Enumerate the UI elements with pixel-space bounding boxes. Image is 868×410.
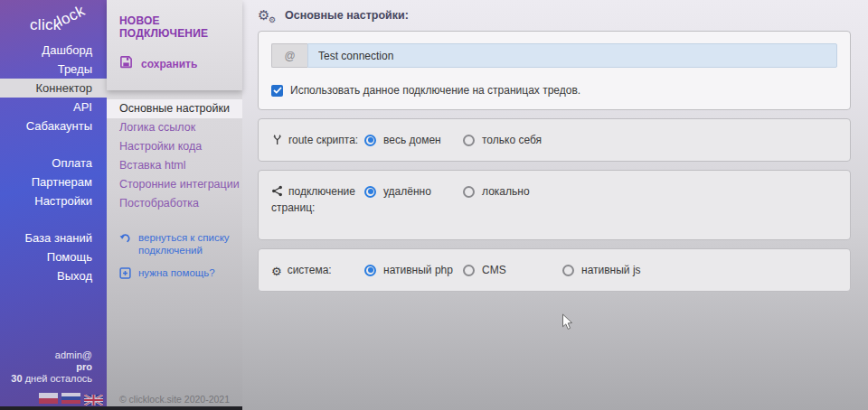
account-days-left: 30 дней осталось xyxy=(0,373,92,385)
radio-local[interactable]: локально xyxy=(463,184,562,199)
radio-whole-domain[interactable]: весь домен xyxy=(364,133,463,147)
page-connection-card: подключение страниц: удалённо локально xyxy=(258,170,851,240)
connection-panel-header: НОВОЕ ПОДКЛЮЧЕНИЕ сохранить xyxy=(107,0,242,90)
radio-cms[interactable]: CMS xyxy=(463,263,562,277)
radio-only-self[interactable]: только себя xyxy=(463,133,562,147)
menu-item-code-settings[interactable]: Настройки кода xyxy=(107,137,242,156)
system-setting-label: ⚙система: xyxy=(271,263,364,279)
sidebar-item-help[interactable]: Помощь xyxy=(0,247,107,266)
radio-native-js[interactable]: нативный js xyxy=(562,263,662,277)
at-sign-prefix: @ xyxy=(271,43,307,68)
sidebar-item-settings[interactable]: Настройки xyxy=(0,191,107,210)
main-content: ⚙⚙ Основные настройки: @ Использовать да… xyxy=(242,0,868,410)
menu-item-basic-settings[interactable]: Основные настройки xyxy=(107,99,242,118)
sidebar-item-dashboard[interactable]: Дашборд xyxy=(0,41,107,60)
panel-links: вернуться к списку подключений нужна пом… xyxy=(107,231,242,282)
app-window: clicklock Дашборд Треды Коннектор API Са… xyxy=(0,0,868,410)
connection-settings-menu: Основные настройки Логика ссылок Настрой… xyxy=(107,99,242,213)
save-button[interactable]: сохранить xyxy=(119,55,231,72)
share-icon xyxy=(271,185,283,200)
need-help-link[interactable]: нужна помощь? xyxy=(119,266,233,282)
panel-title: НОВОЕ ПОДКЛЮЧЕНИЕ xyxy=(119,14,231,40)
use-on-threads-row[interactable]: Использовать данное подключение на стран… xyxy=(271,84,837,97)
sidebar-item-partners[interactable]: Партнерам xyxy=(0,172,107,191)
sidebar-nav: Дашборд Треды Коннектор API Сабакаунты О… xyxy=(0,41,107,285)
checkbox-checked-icon[interactable] xyxy=(271,85,283,97)
window-bottom-edge xyxy=(0,406,242,410)
add-box-icon xyxy=(119,266,131,282)
system-setting-card: ⚙система: нативный php CMS нативный js xyxy=(258,248,851,292)
help-link-label: нужна помощь? xyxy=(138,266,215,279)
radio-unselected-icon[interactable] xyxy=(463,135,475,146)
copyright-text: © clicklock.site 2020-2021 xyxy=(107,394,242,405)
connection-name-input[interactable] xyxy=(307,43,837,68)
route-setting-card: route скрипта: весь домен только себя xyxy=(258,118,851,162)
sidebar-item-subaccounts[interactable]: Сабакаунты xyxy=(0,116,107,135)
sidebar-item-threads[interactable]: Треды xyxy=(0,60,107,79)
menu-item-link-logic[interactable]: Логика ссылок xyxy=(107,118,242,137)
page-connection-label: подключение страниц: xyxy=(271,184,364,215)
account-email: admin@ xyxy=(0,349,92,361)
radio-remote[interactable]: удалённо xyxy=(364,184,463,199)
radio-selected-icon[interactable] xyxy=(364,265,376,276)
sidebar-item-payment[interactable]: Оплата xyxy=(0,154,107,172)
radio-unselected-icon[interactable] xyxy=(463,265,475,276)
uk-flag-icon[interactable] xyxy=(84,393,103,404)
connection-name-group: @ xyxy=(271,43,837,68)
radio-selected-icon[interactable] xyxy=(364,186,376,198)
gear-icon: ⚙ xyxy=(271,265,282,279)
menu-item-html-insert[interactable]: Вставка html xyxy=(107,156,242,175)
gears-icon: ⚙⚙ xyxy=(258,7,276,23)
checkbox-label: Использовать данное подключение на стран… xyxy=(290,84,580,97)
main-sidebar: clicklock Дашборд Треды Коннектор API Са… xyxy=(0,0,107,410)
back-link-label: вернуться к списку подключений xyxy=(138,231,233,256)
undo-icon xyxy=(119,231,131,246)
language-switcher xyxy=(39,393,103,404)
sidebar-item-connector[interactable]: Коннектор xyxy=(0,79,107,98)
connection-panel: НОВОЕ ПОДКЛЮЧЕНИЕ сохранить Основные нас… xyxy=(107,0,242,410)
poland-flag-icon[interactable] xyxy=(39,393,58,404)
route-setting-label: route скрипта: xyxy=(271,133,364,149)
settings-cards: @ Использовать данное подключение на стр… xyxy=(258,31,851,292)
radio-unselected-icon[interactable] xyxy=(562,265,574,276)
russia-flag-icon[interactable] xyxy=(61,393,80,404)
radio-selected-icon[interactable] xyxy=(364,135,376,146)
main-header: ⚙⚙ Основные настройки: xyxy=(242,0,868,31)
radio-native-php[interactable]: нативный php xyxy=(364,263,463,277)
menu-item-postprocessing[interactable]: Постобработка xyxy=(107,194,242,213)
back-to-connections-link[interactable]: вернуться к списку подключений xyxy=(119,231,233,256)
sidebar-item-knowledge-base[interactable]: База знаний xyxy=(0,228,107,247)
nav-group-billing: Оплата Партнерам Настройки xyxy=(0,154,107,210)
radio-unselected-icon[interactable] xyxy=(463,186,475,198)
menu-item-integrations[interactable]: Сторонние интеграции xyxy=(107,175,242,194)
route-icon xyxy=(271,134,283,149)
floppy-disk-icon xyxy=(119,55,133,72)
sidebar-item-logout[interactable]: Выход xyxy=(0,266,107,285)
connection-name-card: @ Использовать данное подключение на стр… xyxy=(258,31,851,110)
save-button-label: сохранить xyxy=(141,58,197,70)
account-info: admin@ pro 30 дней осталось xyxy=(0,349,107,385)
page-title: Основные настройки: xyxy=(285,9,409,22)
nav-group-main: Дашборд Треды Коннектор API Сабакаунты xyxy=(0,41,107,135)
sidebar-item-api[interactable]: API xyxy=(0,98,107,116)
account-plan: pro xyxy=(0,361,92,373)
nav-group-help: База знаний Помощь Выход xyxy=(0,228,107,285)
clicklock-logo: clicklock xyxy=(0,0,107,34)
